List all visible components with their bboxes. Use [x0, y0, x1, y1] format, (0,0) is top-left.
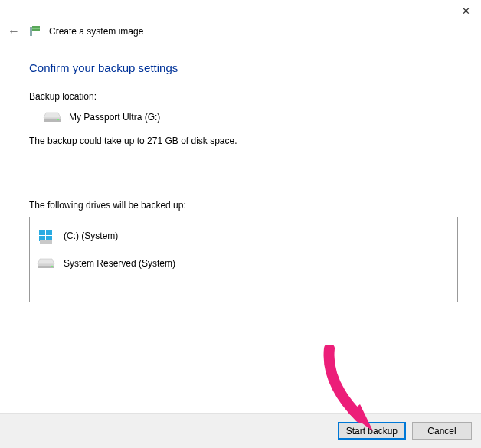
backup-location-value: My Passport Ultra (G:)	[69, 112, 160, 123]
cancel-button[interactable]: Cancel	[412, 422, 472, 440]
svg-rect-10	[39, 236, 45, 241]
close-icon: ✕	[462, 5, 470, 17]
start-backup-button[interactable]: Start backup	[338, 422, 406, 440]
svg-rect-0	[30, 27, 32, 36]
page-heading: Confirm your backup settings	[29, 61, 458, 74]
svg-point-16	[51, 266, 53, 267]
list-item: (C:) (System)	[34, 222, 453, 250]
external-drive-icon	[43, 111, 61, 123]
back-arrow-icon[interactable]: ←	[8, 25, 20, 38]
window-title: Create a system image	[49, 26, 143, 37]
svg-marker-4	[44, 113, 61, 118]
svg-marker-13	[38, 259, 54, 264]
drives-list-box: (C:) (System) System Reserved (System)	[29, 217, 458, 302]
hard-drive-icon	[36, 257, 56, 270]
system-image-flag-icon	[29, 25, 41, 38]
svg-point-7	[57, 119, 59, 121]
list-item: System Reserved (System)	[34, 250, 453, 277]
titlebar: ✕	[0, 0, 481, 23]
svg-rect-8	[39, 230, 45, 235]
backup-location-row: My Passport Ultra (G:)	[43, 111, 458, 123]
drive-item-label: (C:) (System)	[64, 231, 118, 241]
footer-bar: Start backup Cancel	[0, 413, 481, 448]
header-row: ← Create a system image	[0, 23, 481, 40]
drives-list-label: The following drives will be backed up:	[29, 200, 458, 211]
svg-rect-2	[32, 26, 40, 28]
svg-rect-9	[46, 230, 52, 235]
content-area: Confirm your backup settings Backup loca…	[0, 40, 481, 302]
svg-rect-15	[38, 264, 54, 266]
close-button[interactable]: ✕	[450, 0, 481, 21]
svg-rect-12	[40, 240, 52, 244]
windows-drive-icon	[36, 227, 56, 244]
drive-item-label: System Reserved (System)	[64, 258, 175, 269]
svg-rect-11	[46, 236, 52, 241]
svg-rect-6	[44, 118, 61, 119]
backup-location-label: Backup location:	[29, 91, 458, 102]
svg-rect-3	[32, 29, 40, 31]
size-note: The backup could take up to 271 GB of di…	[29, 136, 458, 146]
